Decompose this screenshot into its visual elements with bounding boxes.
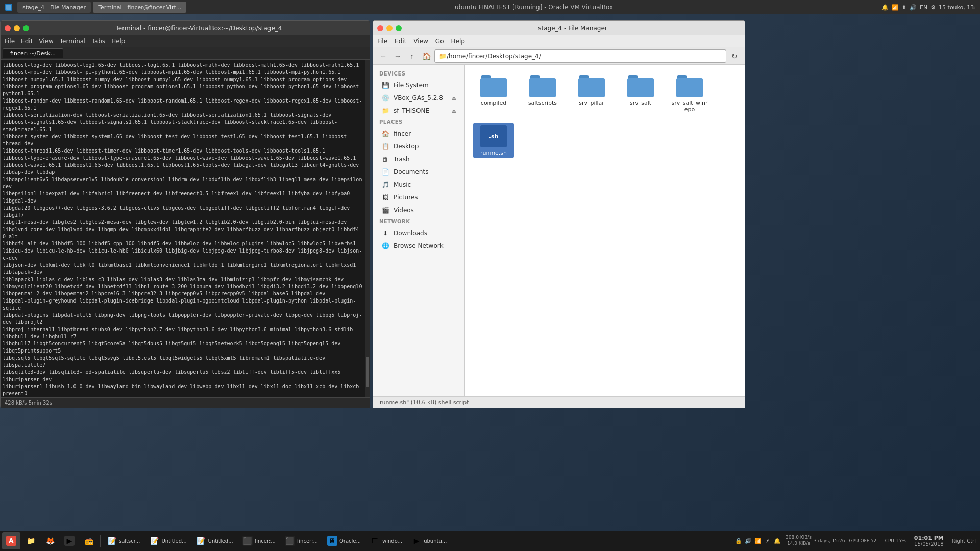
fincer-home-icon: 🏠 [381,130,389,138]
fm-address-bar[interactable]: 📁 /home/fincer/Desktop/stage_4/ [434,49,726,63]
file-item-srvsalt[interactable]: srv_salt [620,73,661,115]
fm-menu-go[interactable]: Go [435,38,444,45]
sidebar-item-browsenetwork[interactable]: 🌐 Browse Network [375,240,462,252]
terminal-menu-edit[interactable]: Edit [21,38,33,45]
folder-icon-srvsaltwinrepo [676,75,703,97]
fm-titlebar: stage_4 - File Manager [373,21,745,35]
file-item-compiled[interactable]: compiled [473,73,514,115]
fm-menu-file[interactable]: File [377,38,387,45]
tray-icon-3[interactable]: 📶 [754,537,762,545]
taskbar-fincer2-label: fincer:... [297,538,318,544]
topbar: stage_4 - File Manager Terminal - fincer… [0,0,980,14]
tray-settings-icon[interactable]: ⚙ [930,4,936,11]
taskbar-windows[interactable]: 🗔 windo... [366,532,406,549]
terminal-max-btn[interactable] [23,25,29,31]
filemanager-window: stage_4 - File Manager File Edit View Go… [373,20,745,408]
fm-menu-edit[interactable]: Edit [395,38,406,45]
sidebar-item-filesystem[interactable]: 💾 File System [375,79,462,91]
sidebar-item-music[interactable]: 🎵 Music [375,179,462,191]
file-item-saltscripts[interactable]: saltscripts [522,73,563,115]
sidebar-item-sfthisone[interactable]: 📁 sf_THISONE ⏏ [375,105,462,117]
sidebar-item-desktop[interactable]: 📋 Desktop [375,140,462,153]
fincer1-icon: ⬛ [242,536,253,546]
taskbar-launcher-terminal[interactable]: ▶ [60,532,79,549]
taskbar-untitled2[interactable]: 📝 Untitled... [192,532,237,549]
terminal-menu-help[interactable]: Help [111,38,125,45]
topbar-tab-terminal[interactable]: Terminal - fincer@fincer-Virt... [93,2,186,13]
vboxgas-eject-btn[interactable]: ⏏ [452,95,456,101]
taskbar-ubuntu[interactable]: ▶ ubuntu... [407,532,451,549]
taskbar-untitled1[interactable]: 📝 Untitled... [145,532,190,549]
tray-bt-icon[interactable]: 📶 [892,4,899,11]
terminal-menu-file[interactable]: File [5,38,15,45]
terminal-menu-tabs[interactable]: Tabs [92,38,106,45]
network-status: 308.0 KiB/s 14.0 KiB/s [786,535,812,546]
terminal-min-btn[interactable] [14,25,20,31]
sidebar-item-music-label: Music [394,181,411,188]
taskbar-launcher-files[interactable]: 📁 [21,532,40,549]
file-label-srvpillar: srv_pillar [579,99,604,106]
taskbar-launcher-browser[interactable]: 🦊 [41,532,59,549]
file-item-srvpillar[interactable]: srv_pillar [571,73,612,115]
sidebar-item-sfthisone-label: sf_THISONE [394,107,429,114]
taskbar-clock: 01:01 PM 15/05/2018 [910,535,948,547]
sidebar-item-filesystem-label: File System [394,82,429,89]
taskbar-launcher-media[interactable]: 📻 [80,532,98,549]
ubuntu-icon: ▶ [411,536,422,546]
documents-icon: 📄 [381,168,389,176]
fm-max-btn[interactable] [396,25,402,31]
taskbar-sep-1 [100,535,101,547]
tray-icon-2[interactable]: 🔊 [744,537,752,545]
fm-menu-view[interactable]: View [413,38,428,45]
sidebar-item-trash[interactable]: 🗑 Trash [375,153,462,165]
fm-menu-help[interactable]: Help [451,38,464,45]
tray-icon-1[interactable]: 🔒 [734,537,743,545]
virtualbox-logo [4,3,13,12]
tray-icon-4[interactable]: ⚡ [764,537,772,545]
taskbar-fincer1[interactable]: ⬛ fincer:... [238,532,280,549]
fm-back-btn[interactable]: ← [377,50,389,62]
sidebar-item-vboxgas[interactable]: 💿 VBox_GAs_5.2.8 ⏏ [375,92,462,104]
browser-icon: 🦊 [45,536,55,546]
downloads-icon: ⬇ [381,229,389,237]
sfthisone-eject-btn[interactable]: ⏏ [452,108,456,114]
terminal-menubar: File Edit View Terminal Tabs Help [1,35,370,47]
terminal-titlebar: Terminal - fincer@fincer-VirtualBox:~/De… [1,21,370,35]
taskbar-saltscr[interactable]: 📝 saltscr... [103,532,144,549]
terminal-content-area[interactable]: libboost-log-dev libboost-log1.65-dev li… [1,60,370,397]
fm-home-btn[interactable]: 🏠 [420,50,432,62]
sidebar-item-pictures[interactable]: 🖼 Pictures [375,191,462,204]
sidebar-item-fincer[interactable]: 🏠 fincer [375,128,462,140]
sidebar-item-videos[interactable]: 🎬 Videos [375,204,462,216]
sidebar-item-documents[interactable]: 📄 Documents [375,166,462,178]
terminal-menu-terminal[interactable]: Terminal [60,38,86,45]
app-launcher-icon: A [6,536,16,546]
terminal-output: libboost-log-dev libboost-log1.65-dev li… [3,62,368,397]
tray-volume-icon[interactable]: 🔊 [910,4,917,11]
fm-up-btn[interactable]: ↑ [406,50,418,62]
file-item-runmesh[interactable]: .sh runme.sh [473,123,514,158]
fm-reload-btn[interactable]: ↻ [728,50,741,62]
terminal-close-btn[interactable] [5,25,11,31]
fm-close-btn[interactable] [377,25,383,31]
terminal-statusbar: 428 kB/s 5min 32s [1,397,370,408]
fm-forward-btn[interactable]: → [391,50,404,62]
taskbar-fincer2[interactable]: ⬛ fincer:... [281,532,322,549]
file-label-saltscripts: saltscripts [528,99,557,106]
sidebar-item-trash-label: Trash [394,156,410,163]
fm-min-btn[interactable] [386,25,393,31]
file-item-srvsaltwinrepo[interactable]: srv_salt_winrepo [669,73,710,115]
taskbar-launcher-app[interactable]: A [2,532,20,549]
terminal-menu-view[interactable]: View [39,38,53,45]
taskbar-oracle[interactable]: 🖥 Oracle... [323,532,365,549]
terminal-scrollbar[interactable] [365,60,370,397]
terminal-tab-1[interactable]: fincer: ~/Desk... [3,48,63,58]
tray-network-icon[interactable]: ⬆ [902,4,906,11]
folder-icon-srvpillar [578,75,605,97]
tray-icon-5[interactable]: 🔔 [773,537,781,545]
taskbar-oracle-label: Oracle... [339,538,361,544]
fm-content-area[interactable]: compiled saltscripts srv_pilla [465,65,745,396]
tray-notify-icon[interactable]: 🔔 [881,4,889,11]
sidebar-item-downloads[interactable]: ⬇ Downloads [375,227,462,239]
topbar-tab-filemanager[interactable]: stage_4 - File Manager [17,2,91,13]
